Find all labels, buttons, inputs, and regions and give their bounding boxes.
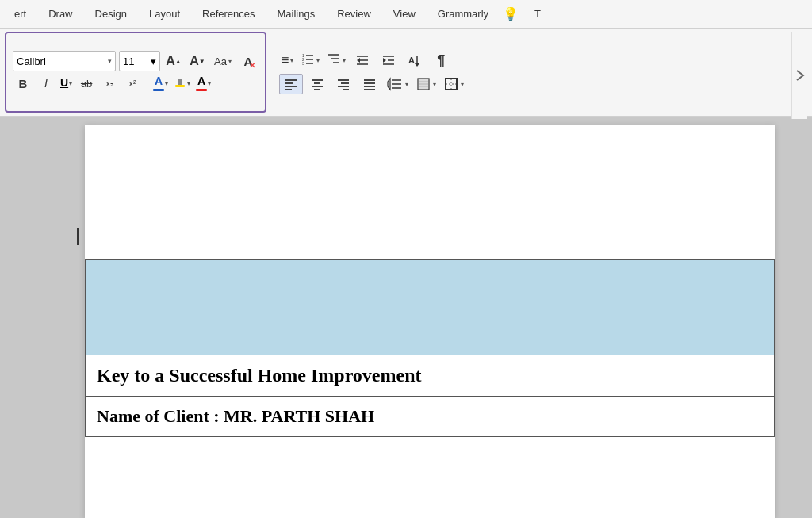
- table-title-cell[interactable]: Key to a Successful Home Improvement: [86, 355, 775, 397]
- numbering-icon: 1 2 3: [301, 52, 315, 69]
- paragraph-group: ≡ ▾ 1 2 3 ▾: [273, 32, 473, 113]
- increase-indent-button[interactable]: [377, 50, 400, 71]
- italic-button[interactable]: I: [36, 73, 56, 94]
- font-color2-letter: A: [197, 75, 205, 87]
- tab-design[interactable]: Design: [84, 3, 138, 25]
- ribbon: ert Draw Design Layout References Mailin…: [0, 0, 812, 117]
- font-color-button[interactable]: A ▾: [151, 73, 170, 94]
- show-marks-button[interactable]: ¶: [429, 50, 453, 71]
- strikethrough-button[interactable]: ab: [76, 73, 97, 94]
- svg-marker-22: [415, 63, 419, 67]
- svg-text:3: 3: [302, 61, 304, 66]
- multilevel-button[interactable]: ▾: [324, 50, 348, 71]
- font-name-select[interactable]: Calibri ▾: [13, 51, 116, 71]
- svg-marker-42: [388, 79, 390, 90]
- line-spacing-chevron: ▾: [405, 81, 408, 88]
- para-row-2: ▾ ▾: [279, 74, 466, 94]
- bullets-icon: ≡: [282, 53, 289, 67]
- font-color-chevron: ▾: [165, 80, 168, 87]
- tab-tips[interactable]: T: [523, 3, 552, 25]
- font-color-A: A: [153, 75, 164, 90]
- numbering-chevron: ▾: [316, 57, 320, 64]
- align-right-button[interactable]: [331, 74, 355, 94]
- lightbulb-icon: 💡: [503, 6, 519, 21]
- ribbon-scroll-right[interactable]: [791, 32, 807, 119]
- border-button[interactable]: ▾: [441, 74, 466, 94]
- border-chevron: ▾: [461, 81, 464, 88]
- numbering-button[interactable]: 1 2 3 ▾: [298, 50, 322, 71]
- cursor-marker: [77, 228, 79, 245]
- font-size-select[interactable]: 11 ▾: [119, 51, 160, 71]
- svg-text:A: A: [408, 56, 415, 65]
- superscript-button[interactable]: x²: [122, 73, 143, 94]
- justify-button[interactable]: [358, 74, 381, 94]
- font-color2-chevron: ▾: [208, 80, 211, 87]
- table-header-cell: [86, 260, 775, 355]
- bold-button[interactable]: B: [13, 73, 33, 94]
- sort-button[interactable]: A: [403, 50, 427, 71]
- font-row-1: Calibri ▾ 11 ▾ A▲ A▼ Aa ▾: [13, 51, 259, 71]
- ribbon-command-area: Calibri ▾ 11 ▾ A▲ A▼ Aa ▾: [0, 29, 812, 116]
- change-case-chevron: ▾: [228, 58, 232, 65]
- font-size-chevron: ▾: [151, 56, 156, 67]
- tab-mailings[interactable]: Mailings: [266, 3, 327, 25]
- document-area: Key to a Successful Home Improvement Nam…: [0, 117, 812, 518]
- align-center-button[interactable]: [305, 74, 329, 94]
- font-color-letter: A: [155, 75, 163, 87]
- multilevel-chevron: ▾: [343, 57, 346, 64]
- font-size-label: 11: [123, 56, 134, 67]
- tab-grammarly[interactable]: Grammarly: [427, 3, 500, 25]
- font-color2-bar: [196, 89, 207, 91]
- svg-rect-1: [178, 79, 182, 86]
- bullets-button[interactable]: ≡ ▾: [279, 50, 296, 71]
- font-name-label: Calibri: [17, 56, 46, 67]
- align-left-button[interactable]: [279, 74, 303, 94]
- tab-insert[interactable]: ert: [3, 3, 37, 25]
- tab-view[interactable]: View: [382, 3, 427, 25]
- clear-formatting-button[interactable]: A✕: [238, 51, 259, 71]
- highlight-icon: [174, 77, 186, 90]
- font-row-2: B I U ▾ ab x₂ x²: [13, 73, 259, 94]
- font-group: Calibri ▾ 11 ▾ A▲ A▼ Aa ▾: [5, 32, 266, 113]
- tab-draw[interactable]: Draw: [37, 3, 83, 25]
- svg-marker-15: [357, 58, 360, 63]
- change-case-button[interactable]: Aa ▾: [211, 51, 235, 71]
- tab-references[interactable]: References: [191, 3, 266, 25]
- highlight-chevron: ▾: [187, 80, 190, 87]
- divider-1: [147, 75, 147, 91]
- document-table: Key to a Successful Home Improvement Nam…: [85, 259, 775, 437]
- underline-button[interactable]: U ▾: [59, 73, 74, 94]
- underline-chevron: ▾: [69, 80, 72, 87]
- svg-marker-19: [383, 58, 386, 63]
- multilevel-icon: [327, 52, 341, 69]
- font-color2-button[interactable]: A ▾: [194, 73, 213, 94]
- decrease-indent-button[interactable]: [350, 50, 374, 71]
- clear-format-icon: A✕: [243, 55, 252, 68]
- ribbon-tab-bar: ert Draw Design Layout References Mailin…: [0, 0, 812, 29]
- line-spacing-button[interactable]: ▾: [384, 74, 411, 94]
- svg-rect-48: [446, 79, 457, 90]
- document-page: Key to a Successful Home Improvement Nam…: [85, 125, 775, 518]
- para-row-1: ≡ ▾ 1 2 3 ▾: [279, 50, 466, 71]
- shrink-font-button[interactable]: A▼: [187, 51, 208, 71]
- shading-chevron: ▾: [433, 81, 436, 88]
- font-color-bar: [153, 89, 164, 91]
- highlight-color-button[interactable]: ▾: [172, 73, 192, 94]
- underline-label: U: [60, 77, 68, 89]
- tab-review[interactable]: Review: [326, 3, 382, 25]
- tab-layout[interactable]: Layout: [138, 3, 191, 25]
- grow-font-button[interactable]: A▲: [163, 51, 184, 71]
- change-case-label: Aa: [214, 56, 227, 67]
- table-name-cell[interactable]: Name of Client : MR. PARTH SHAH: [86, 397, 775, 437]
- bullets-chevron: ▾: [290, 57, 293, 64]
- font-name-chevron: ▾: [108, 57, 112, 65]
- subscript-button[interactable]: x₂: [99, 73, 120, 94]
- shading-button[interactable]: ▾: [413, 74, 439, 94]
- font-group-rows: Calibri ▾ 11 ▾ A▲ A▼ Aa ▾: [13, 36, 259, 108]
- font-color2-A: A: [196, 75, 207, 90]
